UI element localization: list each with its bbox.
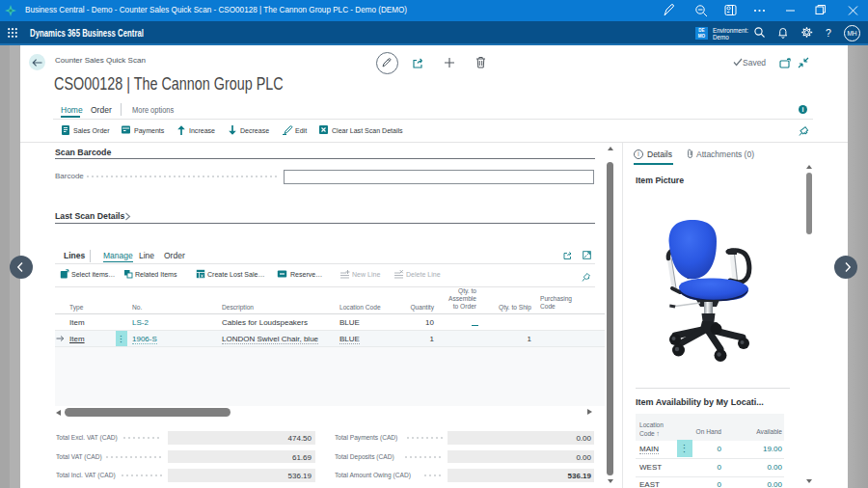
svg-text:?: ? xyxy=(826,27,831,39)
